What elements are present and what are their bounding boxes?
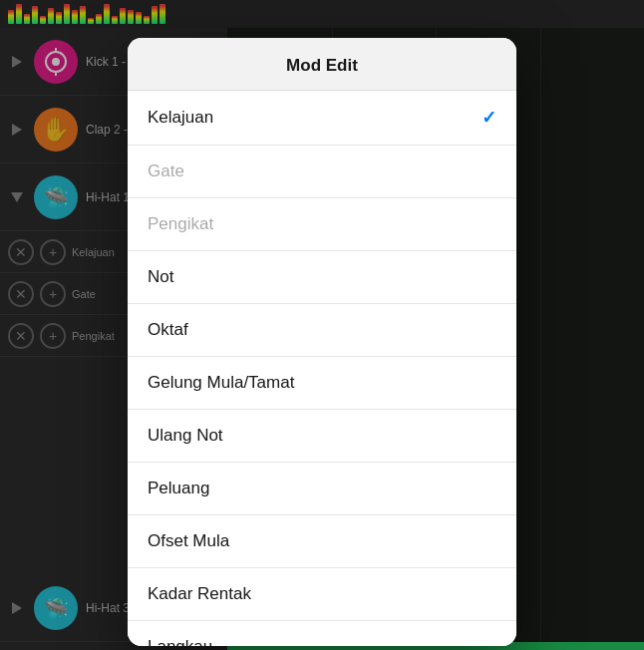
mod-edit-item-gate[interactable]: Gate xyxy=(128,146,516,198)
mod-edit-item-peluang[interactable]: Peluang xyxy=(128,463,516,515)
modal-overlay: Mod Edit Kelajuan ✓ Gate Pengikat Not Ok… xyxy=(0,0,644,650)
mod-edit-item-ulang-not[interactable]: Ulang Not xyxy=(128,410,516,463)
mod-edit-item-gelung[interactable]: Gelung Mula/Tamat xyxy=(128,357,516,410)
mod-edit-header: Mod Edit xyxy=(128,38,516,91)
mod-edit-item-not[interactable]: Not xyxy=(128,251,516,304)
selected-checkmark-kelajuan: ✓ xyxy=(482,107,496,129)
mod-edit-item-ofset-mula[interactable]: Ofset Mula xyxy=(128,515,516,568)
mod-edit-item-kelajuan[interactable]: Kelajuan ✓ xyxy=(128,91,516,146)
mod-edit-label-ulang-not: Ulang Not xyxy=(148,426,223,446)
mod-edit-label-not: Not xyxy=(148,267,173,287)
mod-edit-list: Kelajuan ✓ Gate Pengikat Not Oktaf Gelun… xyxy=(128,91,516,646)
mod-edit-item-pengikat[interactable]: Pengikat xyxy=(128,198,516,251)
mod-edit-label-gate: Gate xyxy=(148,162,184,181)
mod-edit-item-langkau[interactable]: Langkau xyxy=(128,621,516,646)
mod-edit-label-ofset-mula: Ofset Mula xyxy=(148,531,229,551)
mod-edit-label-pengikat: Pengikat xyxy=(148,214,213,234)
mod-edit-label-oktaf: Oktaf xyxy=(148,320,188,340)
mod-edit-label-kadar-rentak: Kadar Rentak xyxy=(148,584,251,604)
mod-edit-title: Mod Edit xyxy=(148,56,496,76)
mod-edit-label-peluang: Peluang xyxy=(148,479,209,498)
mod-edit-item-oktaf[interactable]: Oktaf xyxy=(128,304,516,357)
mod-edit-label-kelajuan: Kelajuan xyxy=(148,108,213,128)
mod-edit-item-kadar-rentak[interactable]: Kadar Rentak xyxy=(128,568,516,621)
mod-edit-label-langkau: Langkau xyxy=(148,637,212,646)
mod-edit-label-gelung: Gelung Mula/Tamat xyxy=(148,373,294,393)
mod-edit-panel: Mod Edit Kelajuan ✓ Gate Pengikat Not Ok… xyxy=(128,38,516,646)
